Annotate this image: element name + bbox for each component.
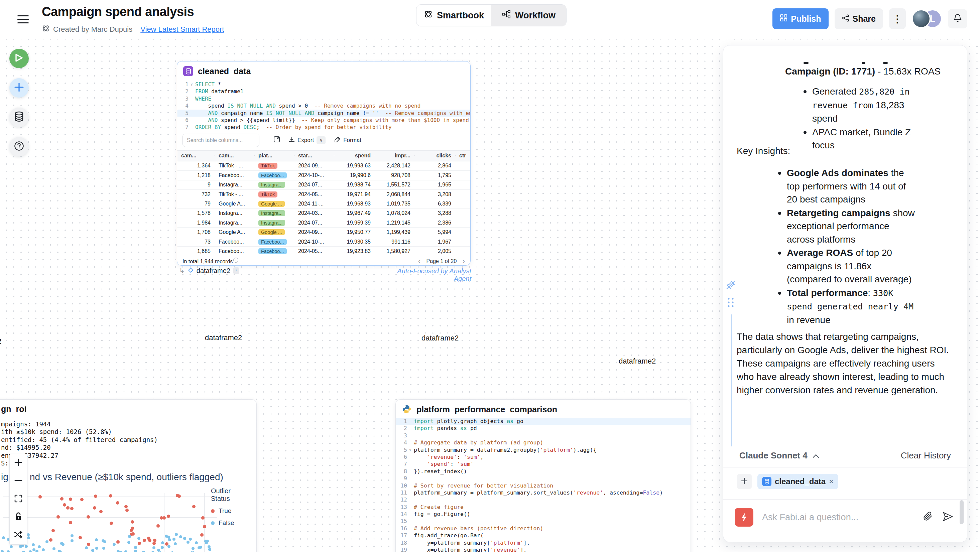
scatter-point bbox=[85, 546, 88, 549]
table-cell: 3,288 bbox=[414, 210, 455, 216]
scatter-point bbox=[113, 543, 116, 546]
table-cell: 991,116 bbox=[375, 239, 414, 245]
legend-entry-true[interactable]: True bbox=[211, 507, 250, 515]
node-cleaned-data[interactable]: cleaned_data 1∨SELECT *2FROM dataframe13… bbox=[177, 61, 471, 266]
table-cell: 19,971.94 bbox=[334, 191, 375, 197]
bullet-item: Google Ads dominates the top performers … bbox=[778, 166, 918, 206]
table-row[interactable]: 73Faceboo...Faceboo...2024-10-...19,930.… bbox=[177, 237, 471, 247]
table-cell: 19,990.6 bbox=[334, 172, 375, 178]
scatter-legend[interactable]: Outlier Status True False bbox=[211, 487, 250, 531]
python-node-icon bbox=[402, 404, 412, 414]
sql-code-editor[interactable]: 1∨SELECT *2FROM dataframe13WHERE4 spend … bbox=[177, 79, 470, 131]
menu-button[interactable] bbox=[18, 15, 29, 24]
table-row[interactable]: 1,708Google A...Google ...2024-09...19,9… bbox=[177, 227, 471, 237]
result-table[interactable]: cam...cam...plat...star...spendimpr...cl… bbox=[177, 150, 471, 256]
table-cell: Faceboo... bbox=[215, 172, 255, 178]
node-campaign-roi[interactable]: gn_roi mpaigns: 1944 ith ≥$10k spend: 10… bbox=[0, 399, 257, 552]
table-cell: 1,984 bbox=[177, 220, 215, 226]
scatter-point bbox=[191, 547, 194, 550]
share-icon bbox=[842, 14, 849, 24]
tab-workflow[interactable]: Workflow bbox=[492, 5, 566, 26]
zoom-in-button[interactable] bbox=[10, 454, 27, 472]
python-code-editor[interactable]: 1import plotly.graph_objects as go2impor… bbox=[396, 418, 690, 552]
question-icon bbox=[14, 141, 24, 153]
column-header[interactable]: cam... bbox=[215, 153, 255, 159]
scatter-point bbox=[124, 550, 127, 552]
table-row[interactable]: 732TikTok - ...TikTok2024-05...19,971.94… bbox=[177, 190, 471, 199]
table-row[interactable]: 79Google A...Google ...2024-11-...19,968… bbox=[177, 199, 471, 208]
export-button[interactable]: Export ∨ bbox=[289, 136, 326, 144]
export-options-button[interactable]: ∨ bbox=[317, 136, 326, 144]
scatter-point bbox=[78, 536, 82, 539]
clear-history-button[interactable]: Clear History bbox=[901, 450, 951, 461]
format-button[interactable]: Format bbox=[334, 136, 361, 144]
table-cell: 1,685 bbox=[177, 248, 215, 254]
attach-file-button[interactable] bbox=[923, 511, 934, 523]
table-cell: 2024-09... bbox=[294, 229, 334, 235]
prev-page-button[interactable]: ‹ bbox=[418, 257, 420, 265]
next-page-button[interactable]: › bbox=[463, 257, 465, 265]
remove-chip-icon[interactable]: × bbox=[829, 477, 834, 486]
scatter-point bbox=[22, 550, 25, 552]
table-row[interactable]: 9Instagra...Instagra...2024-07...19,988.… bbox=[177, 180, 471, 190]
column-header[interactable]: impr... bbox=[375, 153, 414, 159]
code-line: 19 x=platform_summary['revenue'], bbox=[396, 546, 690, 552]
publish-grid-icon bbox=[780, 14, 788, 24]
shuffle-layout-button[interactable] bbox=[10, 526, 27, 544]
table-row[interactable]: 1,218Faceboo...Faceboo...2024-10-...19,9… bbox=[177, 171, 471, 180]
node-platform-performance-comparison[interactable]: platform_performance_comparison 1import … bbox=[395, 399, 691, 552]
table-row[interactable]: 1,685Faceboo...Faceboo...2024-05...19,92… bbox=[177, 247, 471, 256]
table-cell: 2024-03... bbox=[294, 210, 334, 216]
data-sources-button[interactable] bbox=[10, 108, 29, 127]
zoom-out-button[interactable] bbox=[10, 472, 27, 490]
avatar[interactable] bbox=[912, 10, 931, 28]
lock-button[interactable] bbox=[10, 508, 27, 526]
platform-badge: Faceboo... bbox=[258, 239, 287, 245]
output-dataframe-tag[interactable]: dataframe2 bbox=[197, 267, 230, 275]
column-header[interactable]: cam... bbox=[177, 153, 215, 159]
bullet-item: Generated 285,820 in revenue from 18,283… bbox=[803, 85, 913, 125]
code-line: 16# Add revenue bars (positive direction… bbox=[396, 525, 690, 532]
assistant-paragraph: The data shows that retargeting campaign… bbox=[737, 330, 953, 397]
column-header[interactable]: ctr bbox=[455, 153, 471, 159]
code-line: 1import plotly.graph_objects as go bbox=[396, 418, 690, 425]
notifications-button[interactable] bbox=[948, 9, 967, 29]
context-chip-cleaned-data[interactable]: cleaned_data × bbox=[757, 474, 838, 489]
add-context-button[interactable] bbox=[737, 474, 752, 489]
scatter-point bbox=[102, 547, 105, 550]
legend-entry-false[interactable]: False bbox=[211, 519, 250, 527]
fit-view-button[interactable] bbox=[10, 490, 27, 508]
drag-handle-icon[interactable] bbox=[726, 297, 735, 309]
table-cell: 1,364 bbox=[177, 163, 215, 169]
send-button[interactable] bbox=[942, 511, 954, 523]
table-row[interactable]: 1,364TikTok - ...TikTok2024-09...19,993.… bbox=[177, 161, 471, 171]
expand-icon bbox=[274, 136, 280, 144]
add-node-button[interactable] bbox=[10, 78, 29, 97]
publish-button[interactable]: Publish bbox=[772, 8, 828, 29]
run-workflow-button[interactable] bbox=[10, 49, 29, 68]
table-row[interactable]: 1,984Instagra...Instagra...2024-07...19,… bbox=[177, 218, 471, 227]
panel-scrollbar[interactable] bbox=[959, 500, 964, 524]
column-header[interactable]: clicks bbox=[414, 153, 455, 159]
divider bbox=[0, 417, 256, 417]
table-row[interactable]: 1,578Instagra...Instagra...2024-03...19,… bbox=[177, 209, 471, 218]
scatter-point bbox=[197, 546, 200, 549]
code-line: 4# Aggregate data by platform (ad group) bbox=[396, 439, 690, 446]
table-search-input[interactable] bbox=[183, 134, 259, 147]
share-button[interactable]: Share bbox=[835, 8, 883, 29]
scatter-point bbox=[29, 550, 32, 552]
chat-input[interactable] bbox=[762, 512, 914, 523]
help-button[interactable] bbox=[10, 137, 29, 156]
latest-report-link[interactable]: View Latest Smart Report bbox=[140, 25, 224, 34]
platform-badge: Google ... bbox=[258, 229, 285, 235]
column-header[interactable]: plat... bbox=[255, 153, 294, 159]
tag-more-button[interactable]: ⋮ bbox=[233, 267, 239, 274]
unpin-icon[interactable] bbox=[725, 279, 737, 292]
column-header[interactable]: spend bbox=[334, 153, 375, 159]
tab-smartbook[interactable]: Smartbook bbox=[417, 5, 492, 26]
expand-table-button[interactable] bbox=[274, 136, 280, 144]
more-options-button[interactable]: ⋮ bbox=[889, 8, 906, 29]
column-header[interactable]: star... bbox=[294, 153, 334, 159]
model-selector[interactable]: Claude Sonnet 4 bbox=[739, 450, 819, 461]
scatter-point bbox=[52, 547, 56, 550]
